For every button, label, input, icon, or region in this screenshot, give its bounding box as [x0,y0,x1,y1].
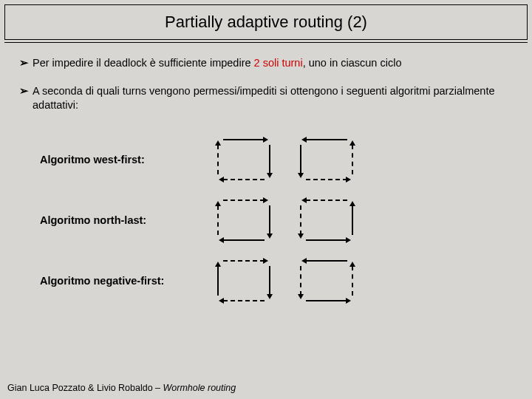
diagram-pair [217,260,353,301]
algo-row-west-first: Algoritmo west-first: [40,129,516,190]
slide-title: Partially adaptive routing (2) [165,13,367,32]
bullet-1-pre: Per impedire il deadlock è sufficiente i… [33,57,254,69]
algo-label-west-first: Algoritmo west-first: [40,154,188,166]
algo-label-negative-first: Algoritmo negative-first: [40,275,188,287]
content-area: ➢ Per impedire il deadlock è sufficiente… [0,43,532,311]
turn-diagram-cw [217,200,270,241]
bullet-icon: ➢ [19,84,33,113]
turn-diagram-cw [217,260,270,301]
diagram-pair [217,139,353,180]
bullet-2-text: A seconda di quali turns vengono permess… [33,84,516,113]
bullet-icon: ➢ [19,56,33,71]
algo-row-north-last: Algoritmo north-last: [40,190,516,250]
algo-label-north-last: Algoritmo north-last: [40,214,188,226]
turn-diagram-ccw [300,200,353,241]
title-box: Partially adaptive routing (2) [4,4,528,40]
footer-work: Wormhole routing [163,383,236,393]
bullet-2: ➢ A seconda di quali turns vengono perme… [19,84,516,113]
turn-diagram-ccw [300,260,353,301]
algo-row-negative-first: Algoritmo negative-first: [40,250,516,311]
footer-authors: Gian Luca Pozzato & Livio Robaldo – [7,383,163,393]
bullet-1-post: , uno in ciascun ciclo [303,57,402,69]
bullet-1-highlight: 2 soli turni [254,57,303,69]
bullet-1: ➢ Per impedire il deadlock è sufficiente… [19,56,516,71]
turn-diagram-cw [217,139,270,180]
footer: Gian Luca Pozzato & Livio Robaldo – Worm… [7,383,236,393]
diagram-pair [217,200,353,241]
bullet-1-text: Per impedire il deadlock è sufficiente i… [33,56,401,71]
algorithms-list: Algoritmo west-first: [40,129,516,311]
turn-diagram-ccw [300,139,353,180]
